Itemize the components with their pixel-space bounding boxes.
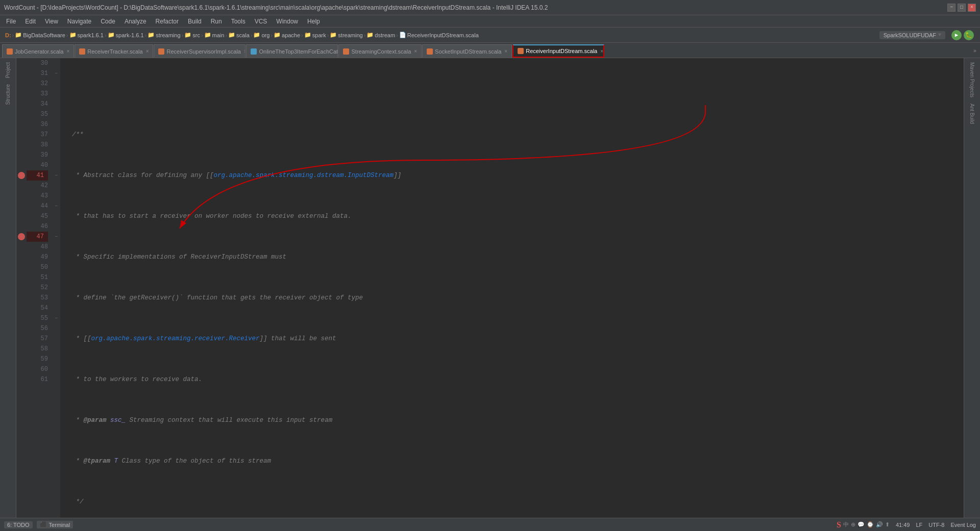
menu-item-analyze[interactable]: Analyze <box>120 17 151 26</box>
breakpoint-47[interactable] <box>16 232 27 242</box>
code-line-38: * @param ssc_ Streaming context that wil… <box>64 415 960 425</box>
status-bar: 6: TODO ⬛ Terminal S 中 ⊕ 💬 ⌚ 🔊 ⬆ 41:49 L… <box>0 518 980 531</box>
code-line-39: * @tparam T Class type of the object of … <box>64 456 960 466</box>
menu-item-run[interactable]: Run <box>207 17 226 26</box>
code-line-34: * Specific implementations of ReceiverIn… <box>64 252 960 262</box>
code-line-37: * to the workers to receive data. <box>64 374 960 385</box>
title-text: WordCount - [D:\IdeaProjects\WordCount] … <box>4 4 548 11</box>
time-display: 41:49 <box>896 522 910 528</box>
menu-item-file[interactable]: File <box>2 17 20 26</box>
debug-button[interactable]: 🐛 <box>964 30 974 40</box>
main-layout: Project Structure <box>0 58 980 518</box>
breakpoint-41[interactable] <box>16 170 27 181</box>
line-ending[interactable]: LF <box>916 522 922 528</box>
menu-item-navigate[interactable]: Navigate <box>63 17 95 26</box>
window-controls: − □ × <box>947 4 976 12</box>
code-line-30 <box>64 89 960 99</box>
menu-item-tools[interactable]: Tools <box>227 17 250 26</box>
code-line-31: /** <box>64 130 960 140</box>
minimize-button[interactable]: − <box>947 4 955 12</box>
menu-bar: FileEditViewNavigateCodeAnalyzeRefactorB… <box>0 15 980 28</box>
tab-streaming-context[interactable]: StreamingContext.scala × <box>338 44 422 58</box>
menu-item-view[interactable]: View <box>41 17 62 26</box>
gutter <box>16 58 27 518</box>
fold-column: − − − − <box>52 58 60 518</box>
event-log[interactable]: Event Log <box>950 522 976 528</box>
code-area[interactable]: 30 31 32 33 34 35 36 37 38 39 40 41 42 4… <box>16 58 964 518</box>
menu-item-help[interactable]: Help <box>303 17 324 26</box>
terminal-button[interactable]: ⬛ Terminal <box>37 521 74 528</box>
code-line-40: */ <box>64 497 960 507</box>
run-button[interactable]: ▶ <box>951 30 962 40</box>
code-line-33: * that has to start a receiver on worker… <box>64 211 960 221</box>
sidebar-project-icon[interactable]: Project <box>4 60 12 80</box>
fold-55[interactable]: − <box>53 316 59 321</box>
menu-item-vcs[interactable]: VCS <box>251 17 272 26</box>
close-button[interactable]: × <box>968 4 976 12</box>
fold-31[interactable]: − <box>53 71 59 77</box>
fold-47[interactable]: − <box>53 234 59 240</box>
tab-socket-input[interactable]: SocketInputDStream.scala × <box>422 44 512 58</box>
code-content[interactable]: /** * Abstract class for defining any [[… <box>60 58 964 518</box>
status-right: S 中 ⊕ 💬 ⌚ 🔊 ⬆ 41:49 LF UTF-8 Event Log <box>837 520 976 529</box>
tabs-bar: JobGenerator.scala × ReceiverTracker.sca… <box>0 43 980 58</box>
menu-item-edit[interactable]: Edit <box>21 17 40 26</box>
code-line-36: * [[org.apache.spark.streaming.receiver.… <box>64 334 960 344</box>
line-numbers: 30 31 32 33 34 35 36 37 38 39 40 41 42 4… <box>27 58 52 518</box>
tab-receiver-tracker[interactable]: ReceiverTracker.scala × <box>75 44 153 58</box>
menu-item-refactor[interactable]: Refactor <box>152 17 183 26</box>
left-sidebar: Project Structure <box>0 58 16 518</box>
ant-build-icon[interactable]: Ant Build <box>968 102 976 126</box>
toolbar: D: › 📁BigDataSoftware › 📁spark1.6.1 › 📁s… <box>0 28 980 43</box>
code-line-35: * define `the getReceiver()` function th… <box>64 293 960 303</box>
tabs-overflow-button[interactable]: » <box>970 44 980 58</box>
menu-item-build[interactable]: Build <box>184 17 206 26</box>
tab-job-generator[interactable]: JobGenerator.scala × <box>2 44 74 58</box>
code-line-32: * Abstract class for defining any [[org.… <box>64 170 960 181</box>
fold-41[interactable]: − <box>53 173 59 179</box>
toolbar-path[interactable]: D: › 📁BigDataSoftware › 📁spark1.6.1 › 📁s… <box>2 31 482 39</box>
status-left: 6: TODO ⬛ Terminal <box>4 521 73 528</box>
title-bar: WordCount - [D:\IdeaProjects\WordCount] … <box>0 0 980 15</box>
maximize-button[interactable]: □ <box>958 4 966 12</box>
tab-online-top3[interactable]: OnlineTheTop3ItemForEachCategory2DB.scal… <box>246 44 338 58</box>
ime-indicator: S 中 ⊕ 💬 ⌚ 🔊 ⬆ <box>837 520 890 529</box>
run-config[interactable]: SparkSOLUDFUDAF ▼ <box>879 31 945 39</box>
todo-badge[interactable]: 6: TODO <box>4 521 33 528</box>
code-container: 30 31 32 33 34 35 36 37 38 39 40 41 42 4… <box>16 58 964 518</box>
encoding[interactable]: UTF-8 <box>928 522 944 528</box>
tab-receiver-input-active[interactable]: ReceiverInputDStream.scala × <box>512 44 604 58</box>
sidebar-structure-icon[interactable]: Structure <box>4 82 12 107</box>
maven-projects-icon[interactable]: Maven Projects <box>968 60 976 99</box>
tab-receiver-supervisor[interactable]: ReceiverSupervisorImpl.scala × <box>154 44 246 58</box>
right-sidebar: Maven Projects Ant Build <box>964 58 980 518</box>
fold-44[interactable]: − <box>53 204 59 209</box>
menu-item-window[interactable]: Window <box>272 17 302 26</box>
menu-item-code[interactable]: Code <box>96 17 119 26</box>
